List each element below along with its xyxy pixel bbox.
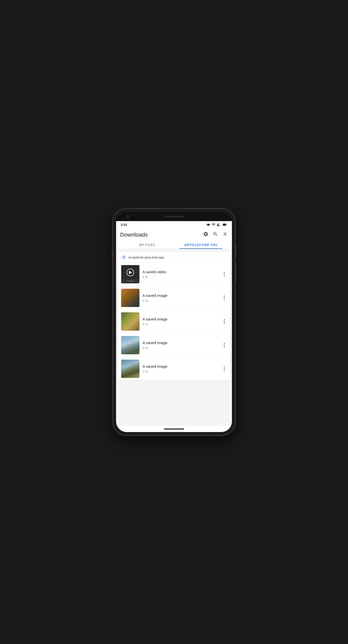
home-indicator <box>164 428 184 430</box>
page-title: Downloads <box>120 232 148 238</box>
status-bar: 3:31 <box>116 221 232 228</box>
item-menu-button[interactable] <box>222 270 227 279</box>
app-screen: 3:31 <box>116 221 232 432</box>
item-info: A saved image 1 hr <box>143 293 219 302</box>
volume-button <box>112 250 113 260</box>
item-title: A saved image <box>143 293 219 298</box>
header-row: Downloads <box>120 231 228 238</box>
share-icon <box>121 255 126 260</box>
status-icons <box>206 223 227 227</box>
three-dots-icon <box>223 271 226 278</box>
list-item[interactable]: A saved video 1 hr <box>118 263 230 286</box>
svg-rect-4 <box>210 224 210 225</box>
header-actions <box>203 231 228 238</box>
item-info: A saved video 1 hr <box>143 270 219 279</box>
image-thumb-4 <box>121 360 139 378</box>
tabs: MY FILES ARTICLES FOR YOU <box>120 241 228 249</box>
tab-articles-for-you[interactable]: ARTICLES FOR YOU <box>174 241 228 249</box>
volume-down-button <box>235 262 236 283</box>
item-menu-button[interactable] <box>222 341 227 349</box>
speaker <box>164 216 184 217</box>
settings-button[interactable] <box>203 231 209 238</box>
search-icon <box>213 231 218 237</box>
svg-rect-3 <box>207 224 207 225</box>
svg-rect-2 <box>209 224 210 225</box>
item-menu-button[interactable] <box>222 364 227 373</box>
signal-icon <box>217 223 221 227</box>
svg-rect-7 <box>226 224 227 225</box>
item-menu-button[interactable] <box>222 317 227 326</box>
item-title: A saved video <box>143 270 219 274</box>
search-button[interactable] <box>213 231 218 238</box>
vibrate-icon <box>206 223 210 227</box>
source-header: scrapbook-pwa.web.app <box>118 252 230 263</box>
item-title: A saved image <box>143 364 219 369</box>
three-dots-icon <box>223 295 226 301</box>
home-indicator-area <box>116 426 232 432</box>
item-thumbnail-img3 <box>121 336 139 354</box>
item-meta: 1 hr <box>143 370 219 373</box>
svg-rect-0 <box>208 224 209 226</box>
video-screen <box>122 266 139 279</box>
three-dots-icon <box>223 342 226 348</box>
camera <box>126 215 129 218</box>
three-dots-icon <box>223 318 226 325</box>
item-info: A saved image 1 hr <box>143 341 219 350</box>
status-time: 3:31 <box>121 223 127 227</box>
item-menu-button[interactable] <box>222 294 227 302</box>
phone-screen: 3:31 <box>116 212 232 432</box>
list-item[interactable]: A saved image 1 hr <box>118 357 230 380</box>
image-thumb-2 <box>121 312 139 331</box>
item-title: A saved image <box>143 317 219 321</box>
image-thumb-3 <box>121 336 139 354</box>
item-thumbnail-img2 <box>121 312 139 331</box>
item-title: A saved image <box>143 341 219 345</box>
notch-area <box>116 212 232 221</box>
app-header: Downloads <box>116 228 232 249</box>
list-item[interactable]: A saved image 1 hr <box>118 310 230 333</box>
source-name: scrapbook-pwa.web.app <box>128 255 164 259</box>
item-meta: 1 hr <box>143 322 219 326</box>
item-thumbnail-img4 <box>121 360 139 378</box>
battery-icon <box>222 223 227 227</box>
item-meta: 1 hr <box>143 346 219 350</box>
video-stand <box>122 279 139 283</box>
power-button <box>235 244 236 257</box>
close-button[interactable] <box>222 231 228 238</box>
phone-frame: 3:31 <box>113 209 235 435</box>
item-thumbnail-video <box>121 265 139 283</box>
item-meta: 1 hr <box>143 275 219 279</box>
item-thumbnail-img1 <box>121 289 139 307</box>
svg-rect-1 <box>207 224 207 225</box>
play-circle <box>126 269 134 276</box>
item-info: A saved image 1 hr <box>143 317 219 326</box>
video-stand-foot <box>126 281 134 282</box>
content-area[interactable]: scrapbook-pwa.web.app <box>116 249 232 426</box>
svg-rect-6 <box>223 224 226 226</box>
three-dots-icon <box>223 365 226 372</box>
play-triangle <box>129 271 132 274</box>
tab-my-files[interactable]: MY FILES <box>120 241 174 249</box>
source-group: scrapbook-pwa.web.app <box>118 252 230 380</box>
list-item[interactable]: A saved image 1 hr <box>118 286 230 310</box>
list-item[interactable]: A saved image 1 hr <box>118 333 230 357</box>
item-info: A saved image 1 hr <box>143 364 219 373</box>
gear-icon <box>203 231 209 237</box>
image-thumb-1 <box>121 289 139 307</box>
video-thumb <box>121 265 139 283</box>
wifi-icon <box>212 223 216 227</box>
close-icon <box>222 231 228 237</box>
item-meta: 1 hr <box>143 299 219 302</box>
